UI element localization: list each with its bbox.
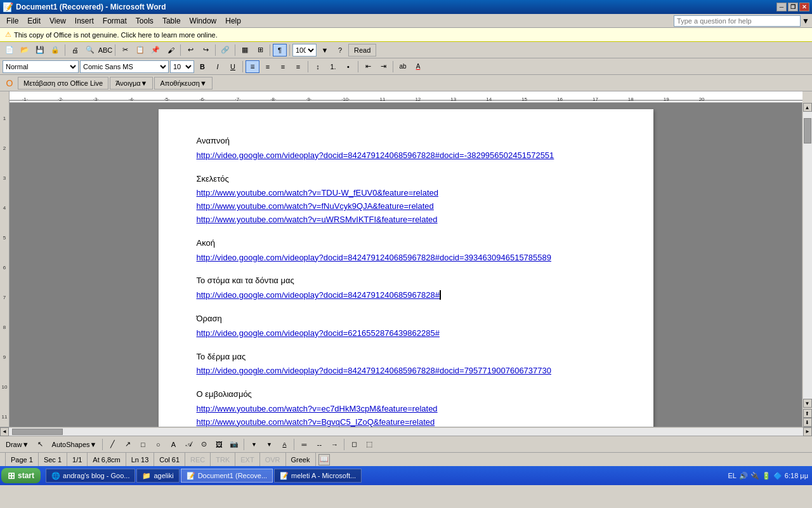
copy-button[interactable]: 📋	[133, 44, 147, 57]
taskbar-item-meleti[interactable]: 📝 meleti A - Microsoft...	[274, 469, 362, 483]
line-spacing[interactable]: ↕	[311, 60, 325, 73]
help-input[interactable]	[674, 15, 801, 27]
line-color-btn[interactable]: ▼	[262, 438, 276, 451]
menu-table[interactable]: Table	[159, 15, 185, 27]
font-select[interactable]: Comic Sans MS	[80, 60, 169, 73]
taskbar-item-document[interactable]: 📝 Document1 (Recove...	[181, 469, 273, 483]
font-color[interactable]: A	[411, 60, 425, 73]
line-style-btn[interactable]: ═	[297, 438, 311, 451]
save-button[interactable]: 💾	[33, 44, 47, 57]
rect-tool[interactable]: □	[136, 438, 150, 451]
menu-edit[interactable]: Edit	[23, 15, 44, 27]
menu-insert[interactable]: Insert	[71, 15, 98, 27]
metavasi-button[interactable]: Μετάβαση στο Office Live	[18, 77, 108, 90]
taskbar-item-ageliki[interactable]: 📁 ageliki	[136, 469, 179, 483]
apothikeysi-button[interactable]: Αποθήκευση▼	[154, 77, 212, 90]
scroll-down-arrow[interactable]: ▼	[803, 399, 812, 408]
vertical-scrollbar[interactable]: ▲ ▼ ⬆ ⬇	[802, 103, 812, 427]
horizontal-scrollbar[interactable]: ◄ ►	[0, 427, 812, 436]
picture-tool[interactable]: 📷	[227, 438, 241, 451]
restore-button[interactable]: ❐	[788, 3, 798, 11]
scroll-page-down[interactable]: ⬇	[803, 418, 812, 427]
paste-button[interactable]: 📌	[148, 44, 162, 57]
scroll-thumb[interactable]	[804, 118, 811, 144]
link-orasi-1[interactable]: http://video.google.com/videoplay?docid=…	[197, 327, 615, 340]
link-skeletos-3[interactable]: http://www.youtube.com/watch?v=uWRSMvIKT…	[197, 213, 615, 227]
close-button[interactable]: ✕	[799, 3, 809, 11]
taskbar-item-blog[interactable]: 🌐 andrag's blog - Goo...	[46, 469, 135, 483]
zoom-arrow[interactable]: ▼	[318, 44, 332, 57]
draw-mode-btn[interactable]: Draw▼	[3, 438, 32, 451]
select-objects-btn[interactable]: ↖	[34, 438, 48, 451]
cut-button[interactable]: ✂	[118, 44, 132, 57]
autoshapes-btn[interactable]: AutoShapes▼	[49, 438, 100, 451]
minimize-button[interactable]: ─	[776, 3, 787, 11]
anoigma-button[interactable]: Άνοιγμα▼	[110, 77, 153, 90]
menu-format[interactable]: Format	[99, 15, 131, 27]
table-button[interactable]: ▦	[238, 44, 252, 57]
hscroll-right[interactable]: ►	[803, 427, 812, 436]
link-emvolismos-2[interactable]: http://www.youtube.com/watch?v=BgvqC5_IZ…	[197, 416, 615, 427]
link-anapnoi-1[interactable]: http://video.google.com/videoplay?docid=…	[197, 149, 615, 163]
help-btn[interactable]: ?	[333, 44, 347, 57]
document-scroll-area[interactable]: Αναπνοή http://video.google.com/videopla…	[10, 103, 802, 427]
link-skeletos-1[interactable]: http://www.youtube.com/watch?v=TDU-W_fEU…	[197, 187, 615, 200]
print-button[interactable]: 🖨	[68, 44, 82, 57]
dash-style-btn[interactable]: --	[312, 438, 326, 451]
wordart-tool[interactable]: 𝒜	[181, 438, 195, 451]
scroll-track[interactable]	[803, 112, 812, 399]
clipart-tool[interactable]: 🖼	[212, 438, 226, 451]
hscroll-left[interactable]: ◄	[0, 427, 9, 436]
font-color-btn2[interactable]: A	[277, 438, 291, 451]
new-button[interactable]: 📄	[3, 44, 16, 57]
align-right[interactable]: ≡	[276, 60, 290, 73]
link-emvolismos-1[interactable]: http://www.youtube.com/watch?v=ec7dHkM3c…	[197, 403, 615, 416]
textbox-tool[interactable]: A	[166, 438, 180, 451]
spell-button[interactable]: ABC	[98, 44, 112, 57]
menu-file[interactable]: File	[3, 15, 22, 27]
preview-button[interactable]: 🔍	[83, 44, 97, 57]
permission-button[interactable]: 🔒	[48, 44, 62, 57]
redo-button[interactable]: ↪	[199, 44, 213, 57]
link-akoi-1[interactable]: http://video.google.com/videoplay?docid=…	[197, 251, 615, 265]
oval-tool[interactable]: ○	[151, 438, 165, 451]
scroll-up-arrow[interactable]: ▲	[803, 103, 812, 112]
link-skeletos-2[interactable]: http://www.youtube.com/watch?v=fNuVcyk9Q…	[197, 200, 615, 213]
undo-button[interactable]: ↩	[183, 44, 197, 57]
arrow-tool[interactable]: ↗	[121, 438, 134, 451]
insert-table-button[interactable]: ⊞	[253, 44, 267, 57]
highlight-button[interactable]: ab	[396, 60, 410, 73]
link-derma-1[interactable]: http://video.google.com/videoplay?docid=…	[197, 364, 615, 378]
style-select[interactable]: Normal	[3, 60, 79, 73]
menu-window[interactable]: Window	[186, 15, 221, 27]
bullets[interactable]: •	[341, 60, 355, 73]
indent-increase[interactable]: ⇥	[376, 60, 390, 73]
help-arrow-icon[interactable]: ▼	[802, 17, 809, 25]
open-button[interactable]: 📂	[18, 44, 32, 57]
menu-tools[interactable]: Tools	[132, 15, 157, 27]
hyperlink-button[interactable]: 🔗	[218, 44, 232, 57]
italic-button[interactable]: I	[211, 60, 225, 73]
zoom-select[interactable]: 100%	[292, 44, 317, 57]
format-painter[interactable]: 🖌	[164, 44, 178, 57]
link-stoma-1[interactable]: http://video.google.com/videoplay?docid=…	[197, 289, 615, 302]
hscroll-thumb[interactable]	[12, 429, 63, 435]
shadow-btn[interactable]: ◻	[347, 438, 361, 451]
scroll-page-up[interactable]: ⬆	[803, 409, 812, 418]
numbering[interactable]: 1.	[326, 60, 340, 73]
hscroll-track[interactable]	[9, 428, 803, 436]
menu-view[interactable]: View	[46, 15, 70, 27]
diagram-tool[interactable]: ⊙	[197, 438, 211, 451]
line-tool[interactable]: ╱	[105, 438, 119, 451]
show-formatting[interactable]: ¶	[273, 44, 287, 57]
fill-color-btn[interactable]: ▼	[247, 438, 261, 451]
start-button[interactable]: ⊞ start	[1, 468, 41, 483]
font-size-select[interactable]: 10	[170, 60, 194, 73]
underline-button[interactable]: U	[226, 60, 240, 73]
bold-button[interactable]: B	[195, 60, 209, 73]
arrow-style-btn[interactable]: →	[327, 438, 341, 451]
3d-btn[interactable]: ⬚	[362, 438, 376, 451]
read-button[interactable]: Read	[348, 44, 376, 57]
indent-decrease[interactable]: ⇤	[361, 60, 375, 73]
menu-help[interactable]: Help	[221, 15, 245, 27]
